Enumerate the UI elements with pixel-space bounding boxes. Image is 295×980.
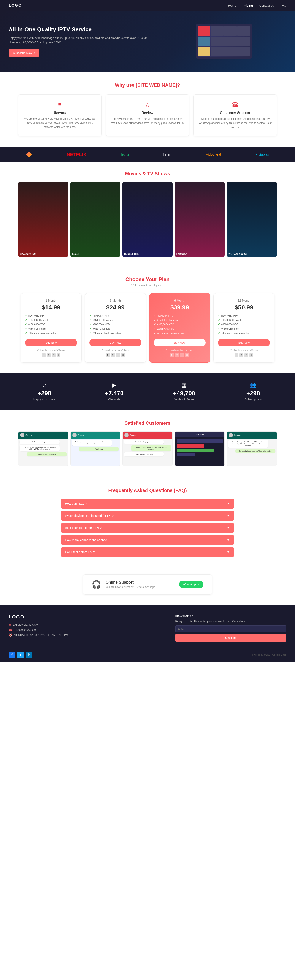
clock-icon-2: ⏱ (102, 349, 104, 352)
customers-section: Satisfied Customers Support Hello how ca… (0, 410, 295, 477)
faq-title-text: Frequently Asked (108, 488, 149, 493)
brand-hulu: hulu (121, 152, 129, 157)
navbar-logo: LOGO (9, 3, 22, 8)
chat-bubble: I wanted to say that I am extremely sati… (20, 445, 60, 451)
pricing-buy-2[interactable]: Buy Now (89, 339, 141, 347)
movies-title-text: Movies & (125, 171, 147, 176)
faq-item-4[interactable]: How many connections at once ▼ (61, 535, 234, 545)
chat-1-body: Hello how can I help you? I wanted to sa… (18, 439, 68, 459)
clock-icon: ⏱ (37, 349, 39, 352)
stat-channels-label: Channels (105, 398, 124, 401)
feature-1-3: +100,000+ VOD (25, 323, 77, 326)
chat-1-header: Support (18, 432, 68, 439)
nav-pricing[interactable]: Pricing (243, 4, 253, 7)
faq-item-2[interactable]: Which devices can be used for IPTV ▼ (61, 511, 234, 521)
hero-text: All-In-One Quality IPTV Service Enjoy yo… (9, 26, 148, 57)
chat-bubble: Thank you for your help! (124, 452, 164, 456)
chat-2-body: You've got to have been provided with su… (71, 439, 120, 453)
pricing-period-2: 3 Month (89, 299, 141, 302)
pricing-card-6month: 6 Month $39.99 HD/4K/8K IPTV +15,000+ Ch… (149, 293, 210, 363)
brand-netflix: NETFLIX (67, 152, 87, 158)
footer-copyright: Powered by © 2024 Google Maps (251, 654, 286, 656)
platform-apple-3: ▶ (170, 353, 174, 357)
pricing-ready-4: ⏱ Usually ready in 5-10mins (218, 349, 270, 352)
social-twitter-button[interactable]: t (17, 652, 24, 658)
newsletter-subscribe-button[interactable]: S'inscrire (175, 634, 286, 641)
chat-bubble-sent: Really? I'm so happy to hear that, let m… (131, 445, 171, 451)
faq-item-1[interactable]: How can I pay ? ▼ (61, 499, 234, 509)
chat-5-name: Support (234, 434, 241, 436)
chat-bubble-sent: That's wonderful to hear! (27, 452, 67, 456)
platform-apple-4: ▶ (235, 353, 238, 357)
nav-contact[interactable]: Contact us (259, 4, 274, 7)
platform-tv-2: ▣ (121, 353, 125, 357)
hero-image (161, 24, 286, 59)
faq-chevron-3: ▼ (227, 526, 230, 530)
pricing-price-4: $50.99 (218, 304, 270, 311)
stat-customers-label: Happy customers (33, 398, 55, 401)
pricing-title-text: Choose Your (125, 276, 159, 282)
mockup-cell (237, 37, 250, 46)
channels-icon: ▶ (105, 382, 124, 388)
feature-3-3: +300,000+ VOD (154, 323, 206, 326)
platform-windows-3: ⊞ (175, 353, 179, 357)
faq-item-3[interactable]: Best countries for this IPTV ▼ (61, 523, 234, 533)
platform-tv-3: ▣ (185, 353, 189, 357)
movies-title-highlight: TV Shows (147, 171, 170, 176)
newsletter-title: Newsletter (175, 614, 286, 618)
pricing-buy-3[interactable]: Buy Now (154, 339, 206, 347)
platform-windows: ⊞ (47, 353, 51, 357)
movie-title-3: HONEST THIEF (124, 253, 140, 255)
mockup-cell (224, 37, 237, 46)
pricing-buy-4[interactable]: Buy Now (218, 339, 270, 347)
mockup-grid (198, 26, 250, 56)
mockup-cell (211, 26, 224, 36)
mockup-cell (211, 37, 224, 46)
stat-customers-value: +298 (33, 390, 55, 397)
feature-3-4: Watch Channels (154, 327, 206, 330)
feature-1-4: Watch Channels (25, 327, 77, 330)
feature-1-1: HD/4K/8K IPTV (25, 314, 77, 317)
platform-android-2: ♦ (116, 353, 120, 357)
support-box: 🎧 Online Support You still have a questi… (83, 574, 212, 595)
social-facebook-button[interactable]: f (9, 652, 15, 658)
newsletter-email-input[interactable] (175, 625, 286, 632)
clock-icon-3: ⏱ (166, 349, 168, 352)
pricing-features-1: HD/4K/8K IPTV +10,000+ Channels +100,000… (25, 314, 77, 334)
feature-2-4: Watch Channels (89, 327, 141, 330)
stat-movies-label: Movies & Series (173, 398, 195, 401)
support-text: Online Support You still have a question… (106, 580, 155, 589)
pricing-buy-1[interactable]: Buy Now (25, 339, 77, 347)
nav-faq[interactable]: FAQ (280, 4, 286, 7)
customers-title-highlight: Customers (146, 420, 170, 426)
support-headset-icon: 🎧 (92, 580, 101, 589)
feature-1-2: +10,000+ Channels (25, 318, 77, 321)
hero-cta-button[interactable]: Subscribe Now !!! (9, 49, 39, 57)
support-title: Online Support (106, 580, 155, 585)
brand-film: film (163, 152, 172, 157)
nav-home[interactable]: Home (228, 4, 236, 7)
support-whatsapp-button[interactable]: WhatsApp us (179, 581, 203, 588)
footer-phone: ☎ +10000000000000 (9, 628, 68, 632)
support-section: 🎧 Online Support You still have a questi… (0, 568, 295, 606)
footer-logo: LOGO (9, 614, 68, 620)
platform-apple: ▶ (42, 353, 46, 357)
brands-section: NETFLIX hulu film videoland ● viaplay (0, 147, 295, 162)
pricing-platforms-2: ▶ ⊞ ♦ ▣ (89, 353, 141, 357)
customers-title-text: Satisfied (125, 420, 146, 426)
dashboard-bar (177, 449, 214, 452)
subscriptions-icon: 👥 (245, 382, 262, 388)
faq-item-5[interactable]: Can I test before I buy ▼ (61, 547, 234, 557)
navbar: LOGO Home Pricing Contact us FAQ (0, 0, 295, 11)
feature-4-4: Watch Channels (218, 327, 270, 330)
brand-viaplay: ● viaplay (255, 153, 269, 157)
stats-section: ☺ +298 Happy customers ▶ +7,470 Channels… (0, 374, 295, 410)
pricing-period-3: 6 Month (154, 299, 206, 302)
pricing-ready-2: ⏱ Usually ready in 5-10mins (89, 349, 141, 352)
email-icon: ✉ (9, 623, 11, 627)
faq-question-3: Best countries for this IPTV (65, 526, 102, 530)
social-linkedin-button[interactable]: in (26, 652, 32, 658)
pricing-price-3: $39.99 (154, 304, 206, 311)
pricing-platforms-3: ▶ ⊞ ♦ ▣ (154, 353, 206, 357)
feature-4-2: +10,000+ Channels (218, 318, 270, 321)
